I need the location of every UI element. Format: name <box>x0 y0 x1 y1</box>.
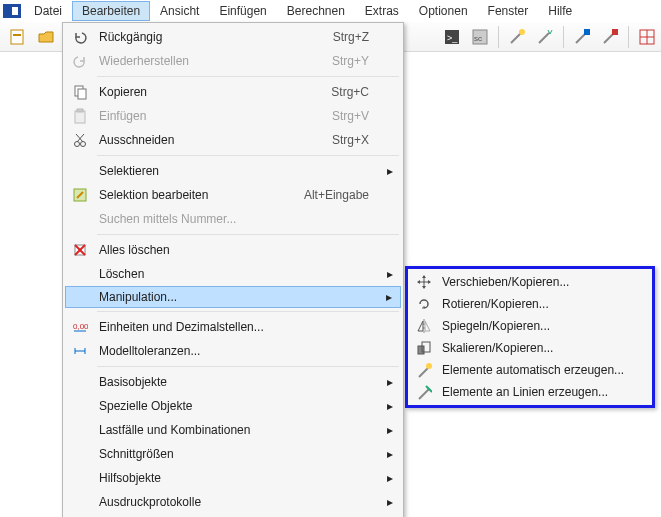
units-icon: 0,00 <box>67 315 93 339</box>
menu-hilfe[interactable]: Hilfe <box>538 1 582 21</box>
copy-icon <box>67 80 93 104</box>
menu-item-edit-selection[interactable]: Selektion bearbeiten Alt+Eingabe <box>65 183 401 207</box>
menu-label: Manipulation... <box>93 290 397 304</box>
menu-separator <box>97 311 399 312</box>
menu-fenster[interactable]: Fenster <box>478 1 539 21</box>
menu-item-delete-all[interactable]: Alles löschen <box>65 238 401 262</box>
menu-label: Kopieren <box>93 85 331 99</box>
scale-icon <box>412 337 436 359</box>
svg-rect-2 <box>6 7 12 15</box>
toolbar-grid-icon[interactable] <box>634 24 660 50</box>
submenu-move-copy[interactable]: Verschieben/Kopieren... <box>410 271 650 293</box>
menu-label: Modelltoleranzen... <box>93 344 397 358</box>
menu-einfuegen[interactable]: Einfügen <box>209 1 276 21</box>
edit-menu-dropdown: Rückgängig Strg+Z Wiederherstellen Strg+… <box>62 22 404 517</box>
menu-shortcut: Strg+V <box>332 109 397 123</box>
menu-label: Löschen <box>93 267 397 281</box>
menu-item-basic-objects[interactable]: Basisobjekte ▸ <box>65 370 401 394</box>
menu-item-find-by-number[interactable]: Suchen mittels Nummer... <box>65 207 401 231</box>
menu-label: Ausschneiden <box>93 133 332 147</box>
menu-berechnen[interactable]: Berechnen <box>277 1 355 21</box>
submenu-label: Elemente automatisch erzeugen... <box>436 363 624 377</box>
menu-shortcut: Strg+C <box>331 85 397 99</box>
svg-text:sc: sc <box>474 34 482 43</box>
menu-item-copy[interactable]: Kopieren Strg+C <box>65 80 401 104</box>
menu-item-select[interactable]: Selektieren ▸ <box>65 159 401 183</box>
menu-item-section-forces[interactable]: Schnittgrößen ▸ <box>65 442 401 466</box>
menu-ansicht[interactable]: Ansicht <box>150 1 209 21</box>
menu-bearbeiten[interactable]: Bearbeiten <box>72 1 150 21</box>
menu-item-undo[interactable]: Rückgängig Strg+Z <box>65 25 401 49</box>
svg-rect-13 <box>584 29 590 35</box>
delete-all-icon <box>67 238 93 262</box>
submenu-arrow-icon: ▸ <box>386 290 392 304</box>
menu-item-delete[interactable]: Löschen ▸ <box>65 262 401 286</box>
rotate-icon <box>412 293 436 315</box>
submenu-label: Skalieren/Kopieren... <box>436 341 553 355</box>
toolbar-open-icon[interactable] <box>33 24 59 50</box>
toolbar-wand-2-icon[interactable] <box>532 24 558 50</box>
toolbar-new-icon[interactable] <box>5 24 31 50</box>
submenu-arrow-icon: ▸ <box>387 375 393 389</box>
submenu-arrow-icon: ▸ <box>387 423 393 437</box>
toolbar-separator <box>628 26 629 48</box>
submenu-mirror-copy[interactable]: Spiegeln/Kopieren... <box>410 315 650 337</box>
menu-label: Basisobjekte <box>93 375 397 389</box>
menu-label: Hilfsobjekte <box>93 471 397 485</box>
submenu-arrow-icon: ▸ <box>387 471 393 485</box>
menu-item-load-cases[interactable]: Lastfälle und Kombinationen ▸ <box>65 418 401 442</box>
toolbar-wand-3-icon[interactable] <box>569 24 595 50</box>
undo-icon <box>67 25 93 49</box>
menu-label: Schnittgrößen <box>93 447 397 461</box>
menu-separator <box>97 366 399 367</box>
svg-rect-20 <box>78 89 86 99</box>
svg-point-24 <box>81 142 86 147</box>
svg-point-23 <box>75 142 80 147</box>
menu-item-redo[interactable]: Wiederherstellen Strg+Y <box>65 49 401 73</box>
menu-label: Lastfälle und Kombinationen <box>93 423 397 437</box>
svg-rect-3 <box>11 30 23 44</box>
submenu-arrow-icon: ▸ <box>387 267 393 281</box>
menu-label: Einheiten und Dezimalstellen... <box>93 320 397 334</box>
menu-item-aux-objects[interactable]: Hilfsobjekte ▸ <box>65 466 401 490</box>
submenu-line-generate[interactable]: Elemente an Linien erzeugen... <box>410 381 650 403</box>
menu-item-paste[interactable]: Einfügen Strg+V <box>65 104 401 128</box>
menu-separator <box>97 234 399 235</box>
toolbar-sc-icon[interactable]: sc <box>467 24 493 50</box>
submenu-arrow-icon: ▸ <box>387 447 393 461</box>
menu-item-print-reports[interactable]: Ausdruckprotokolle ▸ <box>65 490 401 514</box>
menu-item-cut[interactable]: Ausschneiden Strg+X <box>65 128 401 152</box>
svg-text:0,00: 0,00 <box>73 322 88 331</box>
menu-optionen[interactable]: Optionen <box>409 1 478 21</box>
submenu-label: Spiegeln/Kopieren... <box>436 319 550 333</box>
menu-shortcut: Strg+Y <box>332 54 397 68</box>
toolbar-separator <box>563 26 564 48</box>
menu-shortcut: Strg+X <box>332 133 397 147</box>
manipulation-submenu: Verschieben/Kopieren... Rotieren/Kopiere… <box>405 266 655 408</box>
toolbar-wand-4-icon[interactable] <box>597 24 623 50</box>
menu-item-units[interactable]: 0,00 Einheiten und Dezimalstellen... <box>65 315 401 339</box>
menu-label: Suchen mittels Nummer... <box>93 212 397 226</box>
svg-point-44 <box>426 363 432 369</box>
menu-label: Selektion bearbeiten <box>93 188 304 202</box>
app-icon <box>2 1 22 21</box>
submenu-auto-generate[interactable]: Elemente automatisch erzeugen... <box>410 359 650 381</box>
toolbar-wand-1-icon[interactable] <box>504 24 530 50</box>
line-gen-icon <box>412 381 436 403</box>
toolbar-separator <box>498 26 499 48</box>
menu-item-manipulation[interactable]: Manipulation... ▸ <box>65 286 401 308</box>
menu-datei[interactable]: Datei <box>24 1 72 21</box>
menu-item-special-objects[interactable]: Spezielle Objekte ▸ <box>65 394 401 418</box>
svg-line-9 <box>511 33 521 43</box>
submenu-scale-copy[interactable]: Skalieren/Kopieren... <box>410 337 650 359</box>
auto-gen-icon <box>412 359 436 381</box>
submenu-label: Rotieren/Kopieren... <box>436 297 549 311</box>
submenu-rotate-copy[interactable]: Rotieren/Kopieren... <box>410 293 650 315</box>
svg-line-25 <box>77 134 84 142</box>
menu-extras[interactable]: Extras <box>355 1 409 21</box>
menu-item-tolerances[interactable]: Modelltoleranzen... <box>65 339 401 363</box>
toolbar-script-icon[interactable]: >_ <box>439 24 465 50</box>
svg-rect-4 <box>13 34 21 36</box>
redo-icon <box>67 49 93 73</box>
menu-label: Alles löschen <box>93 243 397 257</box>
